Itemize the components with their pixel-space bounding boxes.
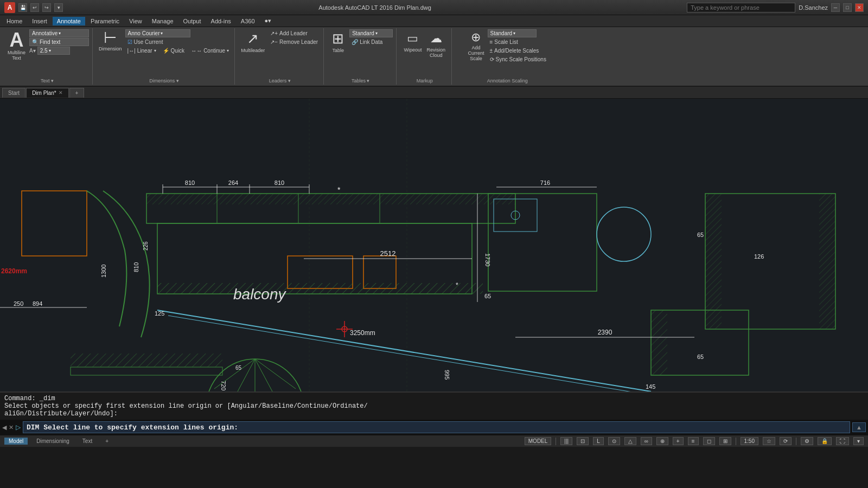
selcycling-btn[interactable]: ⊞ <box>719 437 731 445</box>
lweight-btn[interactable]: ≡ <box>688 437 699 445</box>
add-current-scale-button[interactable]: ⊕ AddCurrentScale <box>466 29 486 62</box>
add-delete-scales-button[interactable]: ± Add/Delete Scales <box>488 47 548 55</box>
quick-icon: ⚡ <box>163 48 169 54</box>
menu-parametric[interactable]: Parametric <box>86 17 124 25</box>
menu-insert[interactable]: Insert <box>28 17 52 25</box>
menu-view[interactable]: View <box>125 17 146 25</box>
menu-manage[interactable]: Manage <box>148 17 178 25</box>
svg-text:1730: 1730 <box>484 253 491 266</box>
ribbon-content: A Multiline Text Annotative ▾ 🔍 Find tex… <box>0 27 868 86</box>
quick-access-save[interactable]: 💾 <box>18 3 27 12</box>
transparency-btn[interactable]: ◻ <box>703 437 715 445</box>
linear-button[interactable]: |↔| Linear ▾ <box>125 47 158 55</box>
link-data-button[interactable]: 🔗 Link Data <box>349 38 393 46</box>
multiline-text-button[interactable]: A Multiline Text <box>5 29 28 62</box>
cmd-dropdown[interactable]: ▲ <box>852 422 866 432</box>
annovis-btn[interactable]: ☆ <box>763 437 775 445</box>
dynmode-btn[interactable]: + <box>673 437 684 445</box>
table-button[interactable]: ⊞ Table <box>328 29 348 54</box>
add-layout-tab[interactable]: + <box>101 438 113 445</box>
tab-dimplan[interactable]: Dim Plan* ✕ <box>26 88 68 98</box>
menu-extra[interactable]: ●▾ <box>260 16 276 25</box>
svg-text:716: 716 <box>540 179 550 186</box>
menu-annotate[interactable]: Annotate <box>53 17 85 25</box>
search-input[interactable] <box>687 3 795 12</box>
svg-text:145: 145 <box>646 383 655 390</box>
svg-text:720: 720 <box>220 381 227 390</box>
polar-btn[interactable]: ⊙ <box>608 437 620 445</box>
canvas-area[interactable]: 810 264 810 2512 1730 716 65 65 65 126 8… <box>0 99 868 391</box>
svg-text:*: * <box>337 185 341 194</box>
model-label[interactable]: MODEL <box>525 437 552 445</box>
dim-style-dropdown[interactable]: Anno Courier ▾ <box>125 29 190 37</box>
text-size-row: A▾ 2.5 ▾ <box>29 47 89 55</box>
user-label: D.Sanchez <box>799 4 828 11</box>
use-current-button[interactable]: ☑ Use Current <box>125 38 232 46</box>
customstatus-btn[interactable]: ▾ <box>853 437 864 445</box>
dim-style-value: Anno Courier <box>128 30 160 36</box>
continue-button[interactable]: ↔↔ Continue ▾ <box>189 47 231 55</box>
tab-start[interactable]: Start <box>2 88 25 98</box>
dimension-button[interactable]: ⊢ Dimension <box>97 29 124 53</box>
revision-cloud-button[interactable]: ☁ RevisionCloud <box>425 29 447 59</box>
menu-output[interactable]: Output <box>179 17 206 25</box>
multileader-label: Multileader <box>241 48 265 53</box>
grid-btn[interactable]: ||| <box>560 437 572 445</box>
wipeout-button[interactable]: ▭ Wipeout <box>402 29 423 54</box>
svg-text:2390: 2390 <box>598 329 612 336</box>
snap-btn[interactable]: ⊡ <box>577 437 589 445</box>
text-tab[interactable]: Text <box>78 438 97 445</box>
table-style-dropdown[interactable]: Standard ▾ <box>349 29 393 37</box>
fullscreen-btn[interactable]: ⛶ <box>836 437 849 445</box>
tab-dimplan-close[interactable]: ✕ <box>59 90 63 95</box>
scale-list-button[interactable]: ≡ Scale List <box>488 38 548 46</box>
tab-add[interactable]: + <box>69 88 85 98</box>
find-text-label: Find text <box>40 39 60 45</box>
menu-a360[interactable]: A360 <box>237 17 259 25</box>
workspace-btn[interactable]: ⚙ <box>801 437 813 445</box>
svg-text:226: 226 <box>143 241 149 251</box>
multileader-button[interactable]: ↗ Multileader <box>239 29 266 54</box>
model-tab[interactable]: Model <box>4 438 28 445</box>
text-size-dropdown[interactable]: 2.5 ▾ <box>37 47 70 55</box>
otrack-btn[interactable]: ∞ <box>641 437 652 445</box>
close-button[interactable]: ✕ <box>855 3 864 12</box>
sync-scale-positions-button[interactable]: ⟳ Sync Scale Positions <box>488 55 548 63</box>
autoscale-btn[interactable]: ⟳ <box>780 437 792 445</box>
add-current-scale-label: AddCurrentScale <box>468 45 484 61</box>
text-style-dropdown[interactable]: Annotative ▾ <box>29 29 89 37</box>
quick-access-redo[interactable]: ↪ <box>42 3 51 12</box>
annotation-scale[interactable]: 1:50 <box>741 437 758 445</box>
remove-leader-button[interactable]: ↗− Remove Leader <box>268 38 320 46</box>
dim-group-items: ⊢ Dimension Anno Courier ▾ ☑ Use Current… <box>97 29 231 84</box>
dimensioning-tab[interactable]: Dimensioning <box>32 438 74 445</box>
minimize-button[interactable]: ─ <box>831 3 840 12</box>
tab-start-label: Start <box>8 90 20 96</box>
continue-arrow: ▾ <box>227 48 229 53</box>
tables-group-label: Tables ▾ <box>352 78 370 84</box>
multileader-icon: ↗ <box>247 30 259 47</box>
add-leader-button[interactable]: ↗+ Add Leader <box>268 29 320 37</box>
ortho-btn[interactable]: L <box>593 437 604 445</box>
linear-icon: |↔| <box>127 48 136 54</box>
sync-icon: ⟳ <box>490 56 494 62</box>
tables-col: Standard ▾ 🔗 Link Data <box>349 29 393 54</box>
command-input[interactable] <box>23 421 850 433</box>
maximize-button[interactable]: □ <box>843 3 852 12</box>
svg-text:894: 894 <box>33 300 42 307</box>
menu-addins[interactable]: Add-ins <box>207 17 235 25</box>
dynucs-btn[interactable]: ⊕ <box>656 437 668 445</box>
dimension-icon: ⊢ <box>104 30 117 46</box>
osnap-btn[interactable]: △ <box>624 437 636 445</box>
menu-home[interactable]: Home <box>2 17 27 25</box>
quick-access-undo[interactable]: ↩ <box>30 3 39 12</box>
cmd-close-btn[interactable]: ✕ <box>9 424 14 431</box>
annotation-style-dropdown[interactable]: Standard ▾ <box>488 29 537 37</box>
lock-btn[interactable]: 🔒 <box>818 437 832 445</box>
find-text-field[interactable]: 🔍 Find text <box>29 38 89 46</box>
use-current-icon: ☑ <box>127 39 132 45</box>
quick-access-more[interactable]: ▾ <box>54 3 63 12</box>
svg-text:810: 810 <box>133 262 139 272</box>
quick-button[interactable]: ⚡ Quick <box>161 47 187 55</box>
cmd-scroll-prev[interactable]: ◀ <box>2 424 7 431</box>
